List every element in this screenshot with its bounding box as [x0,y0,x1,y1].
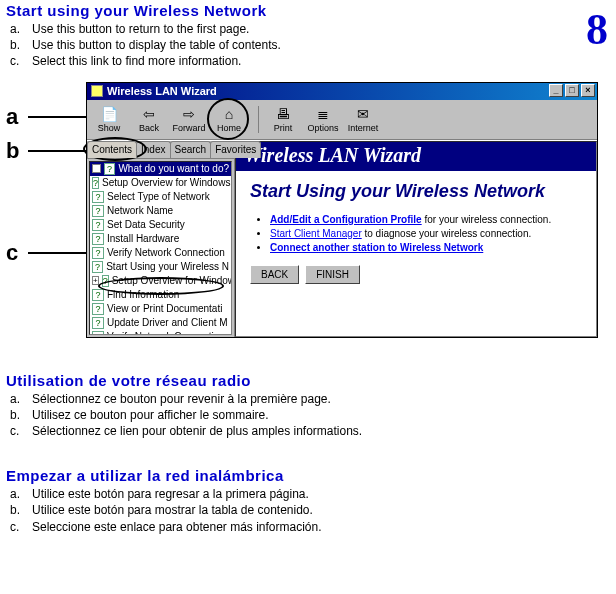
finish-button[interactable]: FINISH [305,265,360,284]
content-pane: Wireless LAN Wizard Start Using your Wir… [235,141,597,337]
section-es: Empezar a utilizar la red inalámbrica a.… [0,465,616,535]
tree-item[interactable]: ?Set Data Security [90,218,231,232]
toolbar-print[interactable]: 🖶Print [263,102,303,137]
tree-item[interactable]: ?Setup Overview for Windows 9 [90,176,231,190]
content-link[interactable]: Connect another station to Wireless Netw… [270,242,483,253]
expand-icon[interactable]: - [92,164,101,173]
toolbar-label: Print [274,123,293,133]
item-text: Sélectionnez ce lien pour obtenir de plu… [32,423,362,439]
tree-label: Start Using your Wireless N [106,261,229,272]
content-list-item: Add/Edit a Configuration Profile for you… [270,214,582,225]
window-controls: _ □ × [549,84,595,97]
toolbar-label: Back [139,123,159,133]
item-letter: a. [10,21,32,37]
tree-item[interactable]: ?Verify Network Connection [90,246,231,260]
toolbar-back[interactable]: ⇦Back [129,102,169,137]
section-title-en: Start using your Wireless Network [6,2,610,19]
tree-item[interactable]: ?Start Using your Wireless N [90,260,231,274]
toolbar-label: Options [307,123,338,133]
toolbar-internet[interactable]: ✉Internet [343,102,383,137]
tree-item[interactable]: ?Update Driver and Client M [90,316,231,330]
spacer [0,439,616,465]
toolbar-label: Internet [348,123,379,133]
instruction-list-fr: a.Sélectionnez ce bouton pour revenir à … [6,391,610,440]
content-list: Add/Edit a Configuration Profile for you… [250,214,582,253]
help-tabs: Contents Index Search Favorites [87,141,234,159]
tree-item[interactable]: +?Setup Overview for Windows X [90,274,231,288]
toolbar-show[interactable]: 📄Show [89,102,129,137]
list-item: c.Select this link to find more informat… [10,53,610,69]
tree-label: Network Name [107,205,173,216]
instruction-list-es: a.Utilice este botón para regresar a la … [6,486,610,535]
content-body: Start Using your Wireless Network Add/Ed… [236,171,596,294]
tree-item[interactable]: ?Network Name [90,204,231,218]
tree-label: Setup Overview for Windows X [112,275,232,286]
minimize-button[interactable]: _ [549,84,563,97]
tree-label: Update Driver and Client M [107,317,228,328]
content-list-item: Connect another station to Wireless Netw… [270,242,582,253]
list-item: b.Utilisez ce bouton pour afficher le so… [10,407,610,423]
help-topic-icon: ? [92,331,104,335]
tree-label: Setup Overview for Windows 9 [102,177,232,188]
help-topic-icon: ? [92,317,104,329]
item-text: Utilice este botón para regresar a la pr… [32,486,309,502]
close-button[interactable]: × [581,84,595,97]
titlebar: Wireless LAN Wizard _ □ × [87,83,597,100]
show-icon: 📄 [100,105,118,123]
tree-item-find-info[interactable]: ?Find Information [90,288,231,302]
help-topic-icon: ? [104,163,116,175]
tree-item[interactable]: ?Verify Network Connection [90,330,231,335]
tab-contents[interactable]: Contents [87,141,137,158]
contents-tree[interactable]: -?What do you want to do? ?Setup Overvie… [89,161,232,335]
callout-a: a [6,104,18,130]
tree-label: What do you want to do? [118,163,229,174]
content-text: to diagnose your wireless connection. [362,228,532,239]
toolbar-label: Show [98,123,121,133]
content-buttons: BACK FINISH [250,265,582,284]
callout-b: b [6,138,19,164]
item-letter: c. [10,519,32,535]
help-topic-icon: ? [92,205,104,217]
toolbar: 📄Show ⇦Back ⇨Forward ⌂Home 🖶Print ≣Optio… [87,100,597,140]
print-icon: 🖶 [274,105,292,123]
tab-index[interactable]: Index [136,141,170,158]
back-icon: ⇦ [140,105,158,123]
toolbar-forward[interactable]: ⇨Forward [169,102,209,137]
item-letter: c. [10,423,32,439]
app-icon [91,85,103,97]
instruction-list-en: a.Use this button to return to the first… [6,21,610,70]
help-topic-icon: ? [92,247,104,259]
help-topic-icon: ? [92,233,104,245]
tree-item[interactable]: ?Select Type of Network [90,190,231,204]
left-pane: Contents Index Search Favorites -?What d… [87,141,235,337]
tab-favorites[interactable]: Favorites [210,141,261,158]
toolbar-label: Home [217,123,241,133]
item-text: Utilisez ce bouton pour afficher le somm… [32,407,269,423]
list-item: b.Use this button to display the table o… [10,37,610,53]
list-item: a.Utilice este botón para regresar a la … [10,486,610,502]
tree-item[interactable]: ?View or Print Documentati [90,302,231,316]
tab-search[interactable]: Search [170,141,212,158]
toolbar-options[interactable]: ≣Options [303,102,343,137]
content-link[interactable]: Start Client Manager [270,228,362,239]
tree-item[interactable]: ?Install Hardware [90,232,231,246]
app-window: Wireless LAN Wizard _ □ × 📄Show ⇦Back ⇨F… [86,82,598,338]
tree-item[interactable]: -?What do you want to do? [90,162,231,176]
tree-label: Set Data Security [107,219,185,230]
help-topic-icon: ? [92,219,104,231]
section-fr: Utilisation de votre réseau radio a.Séle… [0,370,616,440]
section-title-fr: Utilisation de votre réseau radio [6,372,610,389]
expand-icon[interactable]: + [92,276,99,285]
maximize-button[interactable]: □ [565,84,579,97]
toolbar-home[interactable]: ⌂Home [209,102,249,137]
content-link[interactable]: Add/Edit a Configuration Profile [270,214,422,225]
content-header: Wireless LAN Wizard [236,142,596,171]
options-icon: ≣ [314,105,332,123]
list-item: c.Seleccione este enlace para obtener má… [10,519,610,535]
internet-icon: ✉ [354,105,372,123]
back-button[interactable]: BACK [250,265,299,284]
help-topic-icon: ? [92,261,103,273]
window-body: Contents Index Search Favorites -?What d… [87,140,597,337]
list-item: c.Sélectionnez ce lien pour obtenir de p… [10,423,610,439]
toolbar-separator [253,106,259,133]
